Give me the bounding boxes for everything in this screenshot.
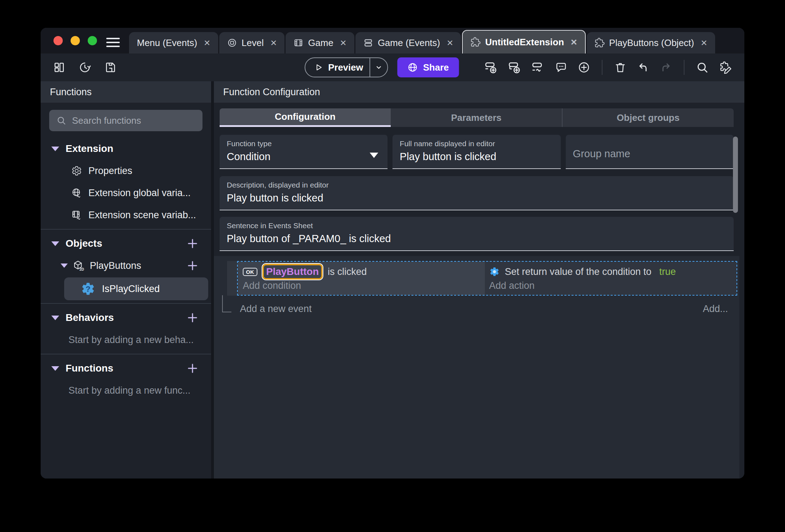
history-icon[interactable] (78, 61, 91, 74)
function-configuration-panel: Function Configuration Configuration Par… (214, 81, 744, 479)
tab-untitled-extension[interactable]: UntitledExtension × (462, 30, 586, 53)
add-comment-icon[interactable] (555, 61, 568, 74)
close-icon[interactable]: × (340, 37, 347, 48)
section-behaviors[interactable]: Behaviors (41, 307, 211, 329)
play-icon (314, 63, 323, 72)
action-text: Set return value of the condition to (505, 266, 651, 277)
function-type-select[interactable]: Function type Condition (220, 135, 388, 169)
tree-item-isplayclicked-selected[interactable]: ? IsPlayClicked (64, 277, 208, 300)
preview-options-button[interactable] (370, 63, 388, 71)
tab-label: UntitledExtension (485, 37, 564, 48)
tab-game-events[interactable]: Game (Events) × (355, 32, 461, 53)
actions-cell[interactable]: Set return value of the condition to tru… (485, 262, 737, 295)
redo-icon[interactable] (660, 61, 672, 74)
search-input[interactable] (72, 115, 195, 126)
sidebar-item-extension-global-variables[interactable]: Extension global varia... (41, 182, 211, 204)
description-field[interactable]: Description, displayed in editor Play bu… (220, 176, 734, 210)
share-button[interactable]: Share (397, 57, 459, 77)
collapse-triangle-icon[interactable] (51, 366, 59, 371)
event-drag-handle[interactable] (227, 261, 237, 296)
conditions-cell[interactable]: OK PlayButton is clicked Add condition (238, 262, 485, 295)
item-label: Properties (88, 165, 132, 177)
add-behavior-button[interactable] (186, 311, 199, 324)
item-label: IsPlayClicked (102, 283, 160, 295)
preview-button[interactable]: Preview (304, 57, 388, 77)
search-icon[interactable] (696, 61, 709, 74)
function-type-value: Condition (227, 151, 271, 163)
scrollbar-thumb[interactable] (733, 137, 738, 213)
add-object-function-button[interactable] (186, 259, 199, 272)
group-name-field[interactable] (566, 135, 734, 169)
item-label: Extension global varia... (88, 188, 191, 199)
close-window-button[interactable] (53, 36, 63, 45)
tab-label: Game (308, 37, 333, 48)
configuration-tabs: Configuration Parameters Object groups (220, 108, 734, 127)
tab-level[interactable]: Level × (219, 32, 285, 53)
description-value: Play button is clicked (227, 192, 727, 204)
tab-object-groups[interactable]: Object groups (562, 108, 734, 127)
search-box[interactable] (49, 110, 202, 131)
add-other-event-icon[interactable] (531, 61, 545, 74)
object-chip-playbutton[interactable]: PlayButton (262, 264, 323, 280)
section-label: Extension (66, 143, 113, 154)
close-icon[interactable]: × (701, 37, 707, 48)
event-row-selected[interactable]: OK PlayButton is clicked Add condition (227, 261, 737, 296)
sidebar-item-properties[interactable]: Properties (41, 160, 211, 182)
add-subevent-icon[interactable] (508, 61, 521, 74)
tab-game[interactable]: Game × (286, 32, 354, 53)
minimize-window-button[interactable] (71, 36, 80, 45)
tab-menu-events[interactable]: Menu (Events) × (129, 32, 218, 53)
add-action-button[interactable]: Add action (489, 280, 737, 291)
tab-configuration[interactable]: Configuration (220, 108, 391, 127)
edit-extension-icon[interactable] (719, 61, 732, 74)
collapse-triangle-icon[interactable] (51, 241, 59, 246)
functions-sidebar: Functions Extension Properties (41, 81, 214, 479)
sidebar-item-extension-scene-variables[interactable]: Extension scene variab... (41, 204, 211, 226)
sentence-field[interactable]: Sentence in Events Sheet Play button of … (220, 217, 734, 251)
preview-button-main[interactable]: Preview (305, 62, 369, 73)
close-icon[interactable]: × (571, 37, 577, 47)
tree-item-playbuttons[interactable]: PlayButtons (41, 255, 211, 277)
field-label: Function type (227, 139, 380, 148)
cube-2d-icon (73, 260, 84, 271)
section-objects[interactable]: Objects (41, 232, 211, 255)
add-object-button[interactable] (186, 237, 199, 250)
toolbar-center-group: Preview Share (304, 57, 459, 77)
close-icon[interactable]: × (447, 37, 453, 48)
globe-variable-icon (71, 188, 82, 198)
close-icon[interactable]: × (204, 37, 210, 48)
plus-circle-icon[interactable] (578, 61, 590, 74)
full-name-field[interactable]: Full name displayed in editor Play butto… (392, 135, 560, 169)
tab-playbuttons-object[interactable]: PlayButtons (Object) × (587, 32, 715, 53)
preview-label: Preview (328, 62, 363, 73)
collapse-triangle-icon[interactable] (51, 147, 59, 151)
add-condition-button[interactable]: Add condition (243, 280, 485, 291)
collapse-triangle-icon[interactable] (51, 316, 59, 320)
project-manager-icon[interactable] (53, 61, 66, 74)
trash-icon[interactable] (614, 61, 627, 74)
events-sheet: OK PlayButton is clicked Add condition (214, 256, 739, 479)
save-icon[interactable] (104, 61, 117, 74)
search-icon (56, 116, 66, 126)
main-header: Function Configuration (214, 81, 744, 103)
undo-icon[interactable] (637, 61, 650, 74)
section-functions[interactable]: Functions (41, 357, 211, 379)
tab-parameters[interactable]: Parameters (391, 108, 562, 127)
collapse-triangle-icon[interactable] (61, 264, 68, 268)
section-divider (41, 354, 211, 354)
toolbar-left-group (53, 61, 117, 74)
section-extension[interactable]: Extension (41, 138, 211, 160)
hamburger-menu-icon[interactable] (106, 38, 120, 47)
event-selection-outline: OK PlayButton is clicked Add condition (237, 261, 737, 296)
zoom-window-button[interactable] (88, 36, 97, 45)
add-new-event-button[interactable]: Add a new event (240, 303, 312, 314)
add-more-button[interactable]: Add... (703, 303, 728, 314)
group-name-input[interactable] (573, 148, 727, 160)
add-event-icon[interactable] (484, 61, 498, 74)
add-function-button[interactable] (186, 362, 199, 375)
event-indent-guide (222, 295, 231, 312)
close-icon[interactable]: × (271, 37, 277, 48)
sidebar-header: Functions (41, 81, 211, 103)
titlebar: Menu (Events) × Level × Game × Game (Eve… (41, 28, 744, 53)
tab-label: Level (242, 37, 264, 48)
